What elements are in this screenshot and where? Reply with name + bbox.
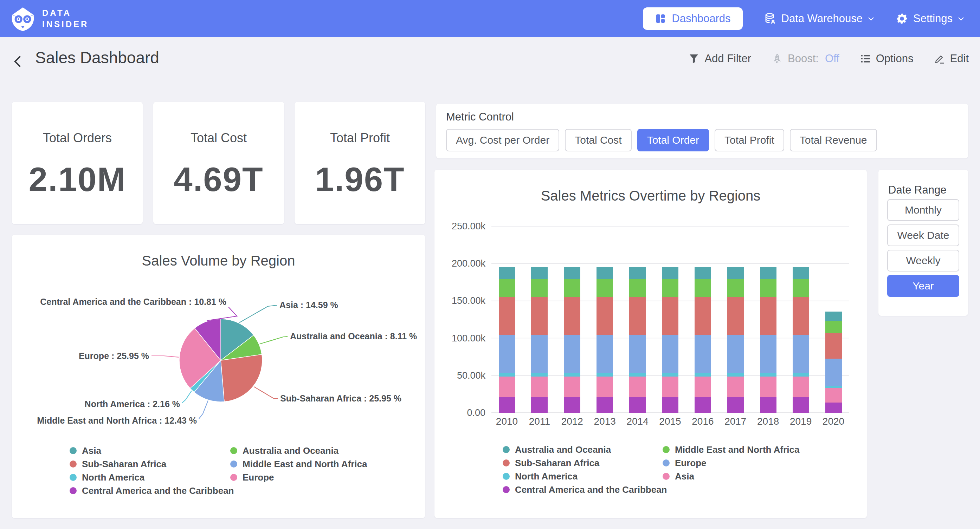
bar-segment[interactable]	[531, 279, 548, 297]
edit-button[interactable]: Edit	[934, 52, 969, 65]
legend-item[interactable]: Europe	[663, 456, 799, 470]
pie-slice-2[interactable]	[221, 354, 262, 402]
bar-segment[interactable]	[662, 373, 678, 376]
legend-item[interactable]: North America	[503, 470, 667, 483]
bar-segment[interactable]	[825, 386, 842, 388]
bar-segment[interactable]	[793, 297, 809, 335]
bar-segment[interactable]	[662, 376, 678, 398]
bar-segment[interactable]	[597, 335, 613, 373]
bar-segment[interactable]	[793, 376, 809, 398]
nav-dashboards-button[interactable]: Dashboards	[643, 7, 742, 30]
bar-segment[interactable]	[564, 267, 580, 279]
bar-segment[interactable]	[629, 279, 646, 297]
bar-segment[interactable]	[695, 267, 711, 279]
bar-segment[interactable]	[727, 373, 744, 376]
metric-button-avg-cost-per-order[interactable]: Avg. Cost per Order	[446, 129, 559, 151]
bar-segment[interactable]	[760, 279, 776, 297]
bar-segment[interactable]	[727, 267, 744, 279]
bar-segment[interactable]	[793, 373, 809, 376]
bar-segment[interactable]	[727, 297, 744, 335]
legend-item[interactable]: Asia	[663, 470, 799, 483]
nav-data-warehouse[interactable]: Data Warehouse	[764, 12, 875, 25]
legend-item[interactable]: North America	[70, 471, 234, 484]
bar-segment[interactable]	[793, 267, 809, 279]
bar-segment[interactable]	[597, 397, 613, 413]
bar-segment[interactable]	[695, 376, 711, 398]
legend-item[interactable]: Australia and Oceania	[230, 444, 367, 458]
date-range-button-weekly[interactable]: Weekly	[887, 250, 959, 272]
bar-segment[interactable]	[662, 267, 678, 279]
bar-segment[interactable]	[597, 297, 613, 335]
legend-item[interactable]: Middle East and North Africa	[663, 443, 799, 456]
bar-segment[interactable]	[629, 397, 646, 413]
date-range-button-year[interactable]: Year	[887, 275, 959, 297]
nav-settings[interactable]: Settings	[896, 12, 964, 25]
bar-segment[interactable]	[825, 388, 842, 402]
bar-segment[interactable]	[825, 402, 842, 413]
bar-segment[interactable]	[597, 279, 613, 297]
bar-segment[interactable]	[760, 335, 776, 373]
bar-segment[interactable]	[760, 397, 776, 413]
bar-segment[interactable]	[597, 267, 613, 279]
metric-button-total-profit[interactable]: Total Profit	[714, 129, 784, 151]
bar-segment[interactable]	[662, 397, 678, 413]
bar-segment[interactable]	[564, 397, 580, 413]
bar-segment[interactable]	[531, 297, 548, 335]
legend-item[interactable]: Sub-Saharan Africa	[70, 458, 234, 471]
bar-segment[interactable]	[695, 279, 711, 297]
bar-segment[interactable]	[727, 279, 744, 297]
bar-segment[interactable]	[793, 279, 809, 297]
bar-segment[interactable]	[727, 376, 744, 398]
bar-segment[interactable]	[825, 333, 842, 359]
legend-item[interactable]: Europe	[230, 471, 367, 484]
legend-item[interactable]: Central America and the Caribbean	[70, 484, 234, 497]
bar-segment[interactable]	[564, 279, 580, 297]
options-button[interactable]: Options	[860, 52, 913, 65]
bar-segment[interactable]	[760, 267, 776, 279]
date-range-button-monthly[interactable]: Monthly	[887, 199, 959, 221]
date-range-button-week-date[interactable]: Week Date	[887, 224, 959, 246]
bar-segment[interactable]	[597, 376, 613, 398]
bar-segment[interactable]	[629, 335, 646, 373]
bar-segment[interactable]	[531, 335, 548, 373]
bar-segment[interactable]	[662, 297, 678, 335]
bar-segment[interactable]	[662, 279, 678, 297]
bar-segment[interactable]	[564, 373, 580, 376]
bar-segment[interactable]	[499, 335, 515, 373]
bar-segment[interactable]	[629, 373, 646, 376]
bar-segment[interactable]	[531, 376, 548, 398]
bar-segment[interactable]	[793, 397, 809, 413]
bar-segment[interactable]	[760, 297, 776, 335]
bar-segment[interactable]	[695, 335, 711, 373]
legend-item[interactable]: Middle East and North Africa	[230, 458, 367, 471]
metric-button-total-revenue[interactable]: Total Revenue	[790, 129, 877, 151]
bar-segment[interactable]	[597, 373, 613, 376]
legend-item[interactable]: Asia	[70, 444, 234, 458]
bar-segment[interactable]	[499, 376, 515, 398]
legend-item[interactable]: Central America and the Caribbean	[503, 483, 667, 496]
bar-segment[interactable]	[499, 279, 515, 297]
add-filter-button[interactable]: Add Filter	[688, 52, 751, 65]
bar-segment[interactable]	[531, 267, 548, 279]
bar-segment[interactable]	[531, 373, 548, 376]
legend-item[interactable]: Sub-Saharan Africa	[503, 456, 667, 470]
bar-segment[interactable]	[629, 267, 646, 279]
bar-segment[interactable]	[499, 267, 515, 279]
bar-segment[interactable]	[760, 373, 776, 376]
bar-segment[interactable]	[695, 397, 711, 413]
metric-button-total-cost[interactable]: Total Cost	[565, 129, 631, 151]
bar-segment[interactable]	[760, 376, 776, 398]
bar-segment[interactable]	[499, 297, 515, 335]
bar-segment[interactable]	[499, 373, 515, 376]
bar-segment[interactable]	[825, 359, 842, 386]
bar-segment[interactable]	[499, 397, 515, 413]
bar-segment[interactable]	[629, 297, 646, 335]
bar-segment[interactable]	[695, 373, 711, 376]
metric-button-total-order[interactable]: Total Order	[637, 129, 709, 151]
bar-segment[interactable]	[564, 335, 580, 373]
bar-segment[interactable]	[825, 311, 842, 320]
legend-item[interactable]: Australia and Oceania	[503, 443, 667, 456]
bar-segment[interactable]	[531, 397, 548, 413]
bar-segment[interactable]	[825, 321, 842, 333]
bar-segment[interactable]	[727, 397, 744, 413]
